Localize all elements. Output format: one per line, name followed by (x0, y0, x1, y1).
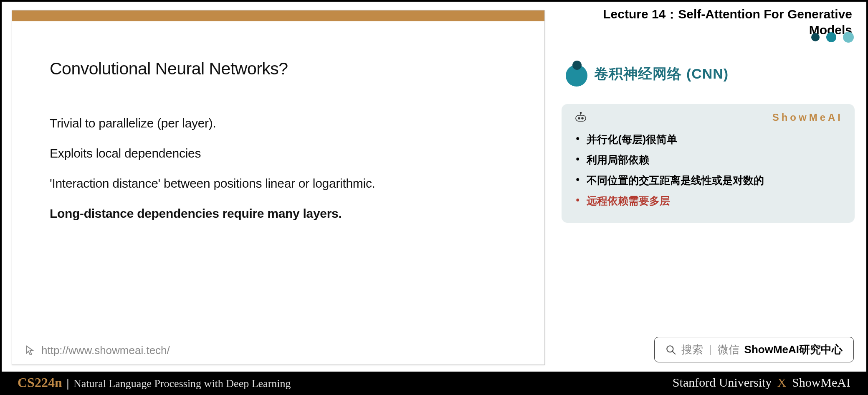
slide-footer-url: http://www.showmeai.tech/ (41, 344, 170, 357)
bottom-bar: CS224n | Natural Language Processing wit… (2, 372, 866, 393)
list-item: 并行化(每层)很简单 (574, 129, 843, 150)
lecture-title: Lecture 14：Self-Attention For Generative… (559, 6, 855, 37)
cursor-icon (24, 344, 36, 357)
svg-rect-0 (576, 115, 586, 121)
footer-university: Stanford University (673, 375, 772, 389)
list-item: 利用局部依赖 (574, 150, 843, 170)
footer-right: Stanford University X ShowMeAI (673, 375, 850, 390)
right-panel: Lecture 14：Self-Attention For Generative… (555, 2, 866, 372)
dot-icon (811, 33, 820, 41)
svg-point-5 (667, 346, 673, 352)
robot-icon (574, 112, 587, 123)
footer-divider: | (66, 377, 69, 390)
decorative-dots (811, 32, 854, 43)
search-hint-1: 搜索 (681, 342, 703, 357)
section-title: 卷积神经网络 (CNN) (594, 64, 729, 84)
svg-point-1 (578, 117, 580, 119)
brand-label: ShowMeAI (772, 112, 843, 123)
search-icon (666, 344, 676, 355)
list-item: 不同位置的交互距离是线性或是对数的 (574, 170, 843, 191)
search-bold-text: ShowMeAI研究中心 (744, 342, 843, 357)
search-hint-2: 微信 (718, 342, 739, 357)
slide-footer: http://www.showmeai.tech/ (24, 344, 170, 357)
left-panel: Convolutional Neural Networks? Trivial t… (2, 2, 555, 372)
footer-x-icon: X (777, 375, 787, 389)
footer-partner: ShowMeAI (792, 375, 850, 389)
slide-accent-bar (12, 10, 544, 21)
slide-card: Convolutional Neural Networks? Trivial t… (12, 10, 545, 365)
slide-title: Convolutional Neural Networks? (50, 59, 507, 79)
section-bubble-icon (562, 61, 588, 87)
course-name: Natural Language Processing with Deep Le… (73, 377, 291, 390)
slide-line: Long-distance dependencies require many … (50, 206, 507, 221)
slide-line: Trivial to parallelize (per layer). (50, 116, 507, 130)
content-area: Convolutional Neural Networks? Trivial t… (2, 2, 866, 372)
slide-line: 'Interaction distance' between positions… (50, 176, 507, 191)
slide-body: Convolutional Neural Networks? Trivial t… (12, 21, 544, 364)
list-item: 远程依赖需要多层 (574, 191, 843, 211)
search-divider: | (709, 343, 712, 356)
course-code: CS224n (18, 375, 62, 390)
dot-icon (826, 32, 836, 42)
svg-point-2 (582, 117, 583, 119)
slide-line: Exploits local dependencies (50, 146, 507, 161)
section-header: 卷积神经网络 (CNN) (562, 61, 855, 87)
dot-icon (843, 32, 854, 43)
info-card: ShowMeAI 并行化(每层)很简单利用局部依赖不同位置的交互距离是线性或是对… (562, 104, 855, 223)
footer-left: CS224n | Natural Language Processing wit… (18, 375, 291, 390)
svg-line-6 (672, 351, 676, 354)
bullet-list: 并行化(每层)很简单利用局部依赖不同位置的交互距离是线性或是对数的远程依赖需要多… (574, 129, 843, 211)
search-hint-box: 搜索 | 微信 ShowMeAI研究中心 (654, 337, 854, 362)
svg-point-4 (580, 112, 582, 114)
